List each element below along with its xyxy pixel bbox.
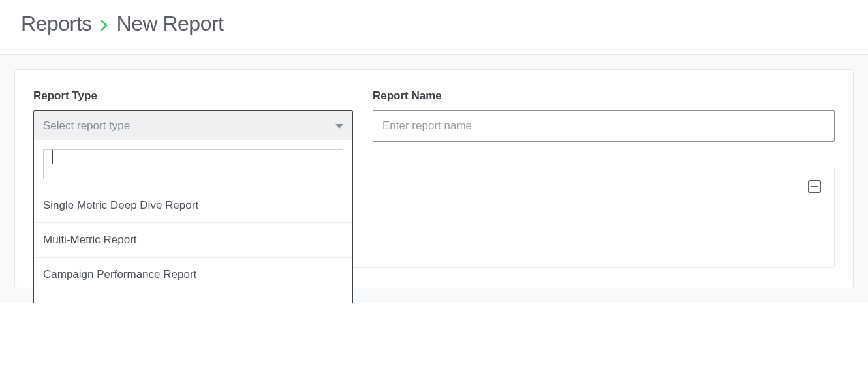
dropdown-search-input[interactable] [43, 149, 343, 179]
report-type-field: Report Type Select report type Single Me… [33, 89, 353, 142]
dropdown-options-list: Single Metric Deep Dive Report Multi-Met… [34, 189, 352, 303]
report-type-placeholder: Select report type [43, 119, 130, 132]
report-name-field: Report Name [373, 89, 835, 142]
option-single-metric[interactable]: Single Metric Deep Dive Report [34, 189, 352, 222]
page-canvas: Report Type Select report type Single Me… [0, 55, 868, 303]
option-flows-performance[interactable]: Flows Performance Report [34, 292, 352, 303]
report-type-select[interactable]: Select report type [33, 110, 353, 142]
caret-down-icon [335, 124, 343, 129]
report-name-input[interactable] [373, 110, 835, 142]
chevron-right-icon [101, 18, 108, 33]
text-cursor-icon [52, 150, 53, 164]
breadcrumb-current: New Report [117, 12, 224, 36]
collapse-toggle[interactable] [808, 180, 821, 193]
report-type-label: Report Type [33, 89, 353, 102]
dropdown-search-wrap [34, 140, 352, 189]
option-multi-metric[interactable]: Multi-Metric Report [34, 222, 352, 257]
breadcrumb-root[interactable]: Reports [21, 12, 92, 36]
report-type-dropdown: Single Metric Deep Dive Report Multi-Met… [33, 140, 353, 303]
minus-icon [811, 186, 818, 187]
form-row: Report Type Select report type Single Me… [33, 89, 835, 142]
report-form-card: Report Type Select report type Single Me… [14, 69, 854, 288]
option-campaign-performance[interactable]: Campaign Performance Report [34, 257, 352, 292]
breadcrumb: Reports New Report [0, 0, 868, 55]
report-name-label: Report Name [373, 89, 835, 102]
